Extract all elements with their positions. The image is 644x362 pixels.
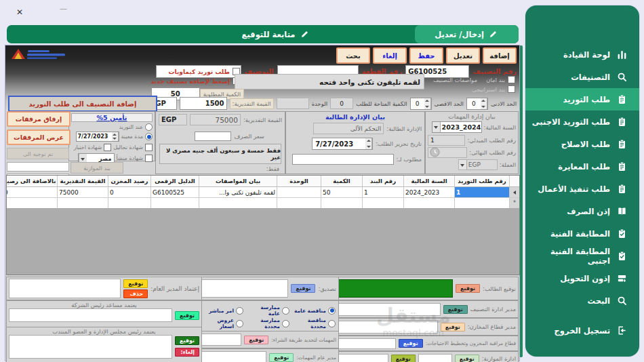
max-limit-spinner[interactable]: 0: [410, 98, 432, 110]
budget-sign-button[interactable]: توقيع: [455, 355, 479, 362]
sidebar-item-foreign-technical-conformity[interactable]: المطابقة الفنية اجنبى: [525, 245, 639, 267]
dropdown-arrow-icon[interactable]: [432, 122, 441, 132]
table-row[interactable]: 1 2024_2023 1 50 لقمه تليفون تكنى وا... …: [7, 187, 519, 198]
close-icon[interactable]: ✕: [16, 7, 23, 17]
insurance-date-spinner[interactable]: 7/27/2023: [76, 132, 119, 142]
certification-sign-button[interactable]: توقيع: [291, 284, 315, 293]
col-header[interactable]: بالاضافة الى رصيد: [6, 176, 57, 186]
sidebar-item-classifications[interactable]: التصنيفات: [525, 66, 639, 88]
request-date-spinner[interactable]: 7/27/2023: [312, 138, 373, 150]
spinner-arrows-icon[interactable]: [424, 98, 431, 109]
strategic-item-checkbox[interactable]: بند استراتيجى: [472, 85, 515, 93]
panel-currency-select[interactable]: EGP: [458, 159, 498, 170]
estimated-value-input[interactable]: 1500: [180, 97, 227, 110]
exchange-rate-input[interactable]: [195, 132, 231, 141]
col-header[interactable]: الدليل الرقمى: [150, 176, 199, 186]
sidebar-item-disbursement-permit[interactable]: إذن الصرف: [525, 200, 639, 222]
chairman-sign-button[interactable]: توقيع: [175, 336, 199, 345]
method-price-offers-radio[interactable]: عروض اسعار: [207, 317, 243, 329]
gm-sign-button[interactable]: توقيع: [123, 279, 148, 288]
table-row-new[interactable]: *: [7, 198, 519, 209]
search-button[interactable]: بحث: [336, 47, 370, 64]
inventory-sign-button[interactable]: توقيع: [399, 339, 423, 348]
analysis-cert-checkbox[interactable]: [145, 144, 153, 151]
sidebar-item-calibration-request[interactable]: طلب المعايرة: [525, 155, 639, 178]
sidebar-item-logout[interactable]: تسجيل الخروج: [525, 319, 639, 342]
requester-sign-button[interactable]: توقيع: [456, 284, 480, 293]
cell-request-no[interactable]: 1: [454, 187, 509, 197]
classification-manager-sign-button[interactable]: توقيع: [443, 305, 468, 314]
budget-sign-button-2[interactable]: توقيع: [391, 355, 416, 362]
col-header[interactable]: رقم البند: [362, 176, 403, 186]
sidebar-item-search[interactable]: البحث: [525, 289, 639, 312]
row-selector[interactable]: [509, 187, 519, 197]
sidebar-item-repair-request[interactable]: طلب الاصلاح: [525, 133, 639, 155]
method-limited-practice-radio[interactable]: ممارسة محددة: [247, 317, 289, 329]
dropdown-arrow-icon[interactable]: [459, 160, 467, 169]
sidebar-item-transfer-permits[interactable]: إذون التحويل: [525, 267, 639, 289]
method-limited-tender-radio[interactable]: مناقصة محددة: [294, 317, 336, 329]
add-button[interactable]: إضافة: [483, 47, 517, 64]
required-for-input[interactable]: [292, 154, 394, 165]
col-header[interactable]: الكمية: [321, 176, 362, 186]
spinner-arrows-icon[interactable]: [112, 132, 119, 141]
classification-manager-row: مدير ادارة التصنيف توقيع: [336, 300, 519, 318]
budget-item-button[interactable]: بند الموازنة: [71, 162, 123, 174]
cell-est-value[interactable]: 75000: [57, 187, 108, 197]
min-limit-spinner[interactable]: 0: [466, 98, 488, 110]
chemicals-checkbox[interactable]: طلب توريد كيماويات: [169, 68, 240, 75]
safety-item-checkbox[interactable]: بند امان: [486, 76, 515, 83]
col-header[interactable]: رقم طلب التوريد: [454, 176, 509, 186]
cell-store-balance[interactable]: 0: [108, 187, 150, 197]
cell-item-no[interactable]: 1: [362, 187, 403, 197]
sidebar-item-technical-conformity[interactable]: المطابقة الفنية: [525, 222, 639, 245]
clipboard-check-icon: [616, 251, 627, 262]
assistant-sign-button[interactable]: توقيع: [175, 311, 199, 320]
save-button[interactable]: حفظ: [409, 47, 443, 64]
directed-to-button[interactable]: تم توجيه الى: [7, 148, 69, 159]
spinner-arrows-icon[interactable]: [481, 98, 487, 109]
sidebar-item-supply-request[interactable]: طلب التوريد: [525, 88, 639, 110]
purchase-method-sign-button[interactable]: توقيع: [244, 336, 268, 344]
col-header[interactable]: الوحدة: [277, 176, 321, 186]
tab-entry-edit[interactable]: إدخال/ تعديل: [415, 25, 519, 43]
sidebar-item-dashboard[interactable]: لوحة القيادة: [525, 43, 639, 66]
cell-additional[interactable]: 0: [6, 187, 57, 197]
method-public-tender-radio[interactable]: مناقصة عامة: [294, 304, 336, 317]
origin-cert-checkbox[interactable]: [145, 155, 153, 162]
minimize-icon[interactable]: —: [60, 4, 67, 13]
gm-delete-button[interactable]: حذف: [123, 289, 148, 298]
test-cert-checkbox[interactable]: [104, 144, 111, 151]
tab-follow-signature[interactable]: متابعة للتوقيع: [222, 25, 330, 43]
view-files-button[interactable]: عرض المرفقات: [7, 129, 71, 145]
method-direct-order-radio[interactable]: امر مباشر: [207, 304, 243, 317]
cell-code[interactable]: G6100525: [150, 187, 199, 197]
col-header[interactable]: بيان المواصفات: [199, 176, 277, 186]
cancel-button[interactable]: إلغاء: [373, 47, 407, 64]
add-classification-button[interactable]: إضافة التصنيف الى طلب التوريد: [8, 96, 157, 112]
attach-files-button[interactable]: إرفاق مرفقات: [7, 111, 71, 127]
edit-button[interactable]: تعديل: [446, 47, 480, 64]
fiscal-year-select[interactable]: 2023_2024: [432, 121, 482, 133]
row-selector[interactable]: *: [509, 198, 519, 208]
cell-qty[interactable]: 50: [321, 187, 362, 197]
cell-unit[interactable]: [277, 187, 321, 197]
cell-fiscal-year[interactable]: 2024_2023: [403, 187, 454, 197]
col-header[interactable]: السنة المالية: [403, 176, 454, 186]
tasks-gm-sign-button[interactable]: توقيع: [269, 353, 294, 362]
on-supply-radio[interactable]: عند التوريد: [69, 123, 155, 131]
chairman-cancel-button[interactable]: إلغاء:: [175, 348, 199, 357]
sidebar-item-work-execution-request[interactable]: طلب تنفيذ الأعمال: [525, 178, 639, 200]
new-classification-checkbox[interactable]: إضغط لإضافة تصنيف جديد: [150, 77, 240, 85]
sidebar-item-label: المطابقة الفنية اجنبى: [531, 247, 610, 266]
method-public-practice-radio[interactable]: ممارسة عامة: [247, 304, 289, 317]
fixed-period-radio-icon[interactable]: [145, 133, 153, 140]
col-header[interactable]: رصيد المخزن: [108, 176, 150, 186]
cell-spec[interactable]: لقمه تليفون تكنى وا...: [199, 187, 277, 197]
sidebar-item-foreign-supply-request[interactable]: طلب التوريد الاجنبى: [525, 110, 639, 133]
stores-manager-sign-button[interactable]: توقيع: [441, 323, 465, 331]
radio-icon: [328, 320, 336, 327]
spinner-arrows-icon[interactable]: [365, 138, 372, 149]
col-header[interactable]: القيمة التقديرية: [57, 176, 108, 186]
sidebar-item-label: المطابقة الفنية: [550, 229, 610, 239]
